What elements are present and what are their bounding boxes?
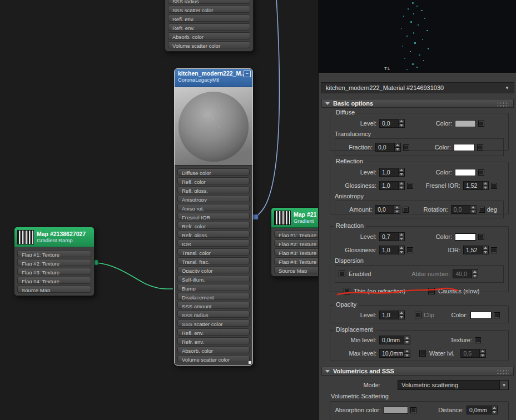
spinner-arrows-icon[interactable] — [398, 168, 404, 176]
anisotropy-amount-map-button[interactable] — [403, 207, 409, 213]
node-input-slot[interactable]: IOR — [177, 239, 250, 247]
rotation-map-button[interactable] — [479, 207, 485, 213]
node-input-slot[interactable]: Opacity color — [177, 266, 250, 273]
node-input-slot[interactable]: Aniso rot. — [177, 204, 250, 211]
node-input-slot[interactable]: Volume scatter color — [177, 355, 250, 362]
spinner-arrows-icon[interactable] — [482, 182, 488, 189]
diffuse-color-map-button[interactable] — [478, 121, 484, 127]
fresnel-ior-map-button[interactable] — [491, 183, 497, 189]
material-selector[interactable]: kitchen_modern222_Material #2146931030 ▼ — [321, 82, 514, 93]
rollout-volumetrics[interactable]: Volumetrics and SSS — [321, 367, 514, 376]
clip-checkbox[interactable] — [415, 312, 421, 318]
spinner-arrows-icon[interactable] — [479, 349, 485, 357]
abbe-number-spinner[interactable]: 40,0 — [453, 269, 478, 278]
chevron-down-icon[interactable]: ▼ — [505, 86, 509, 91]
min-level-spinner[interactable]: 0,0mm — [379, 336, 410, 344]
refraction-glossiness-map-button[interactable] — [407, 247, 413, 253]
wire-end-socket-blue[interactable] — [253, 214, 258, 219]
opacity-color-swatch[interactable] — [470, 312, 492, 319]
rotation-spinner[interactable]: 0,0 — [451, 205, 477, 214]
node-input-slot[interactable]: Volume scatter color — [168, 41, 250, 48]
fraction-spinner[interactable]: 0,0 — [375, 143, 401, 152]
diffuse-color-swatch[interactable] — [455, 120, 476, 127]
node-input-slot[interactable]: Diffuse color — [177, 168, 250, 176]
node-input-slot[interactable]: Refl. gloss. — [177, 186, 250, 193]
node-input-slot[interactable]: Self-illum. — [177, 275, 250, 282]
thin-no-refraction-checkbox[interactable] — [344, 288, 350, 294]
diffuse-level-spinner[interactable]: 0,0 — [379, 119, 405, 128]
opacity-level-spinner[interactable]: 1,0 — [379, 311, 405, 319]
spinner-arrows-icon[interactable] — [394, 206, 400, 213]
node-corona-material[interactable]: kitchen_modern222_M... CoronaLegacyMtl − — [174, 68, 253, 366]
node-editor-canvas[interactable]: SSS radius SSS scatter color Refl. env. … — [0, 0, 318, 420]
absorption-color-swatch[interactable] — [384, 407, 408, 414]
node-input-slot[interactable]: Flag #1: Texture — [17, 250, 91, 257]
mode-dropdown[interactable]: Volumetric scattering ▼ — [398, 380, 509, 390]
node-input-slot[interactable]: Absorb. color — [168, 32, 250, 39]
chevron-down-icon[interactable]: ▼ — [499, 381, 508, 389]
translucency-color-map-button[interactable] — [477, 144, 483, 151]
spinner-arrows-icon[interactable] — [472, 270, 478, 278]
node-input-slot[interactable]: SSS amount — [177, 302, 250, 309]
render-viewport[interactable]: TL — [319, 0, 516, 73]
node-input-slot[interactable]: Source Map — [17, 286, 91, 293]
node-input-slot[interactable]: Transl. frac. — [177, 257, 250, 264]
node-input-slot[interactable]: Displacement — [177, 293, 250, 300]
node-input-slot[interactable]: SSS scatter color — [168, 6, 250, 13]
wire-green[interactable] — [96, 263, 173, 289]
node-input-slot[interactable]: Bump — [177, 284, 250, 291]
reflection-level-spinner[interactable]: 1,0 — [379, 168, 405, 177]
node-input-slot[interactable]: Refl. color — [177, 177, 250, 184]
spinner-arrows-icon[interactable] — [398, 182, 404, 189]
spinner-arrows-icon[interactable] — [404, 349, 410, 357]
rollout-collapse-icon[interactable] — [325, 370, 330, 373]
node-input-slot[interactable]: Absorb. color — [177, 346, 250, 353]
ior-map-button[interactable] — [491, 247, 497, 253]
reflection-glossiness-map-button[interactable] — [407, 183, 413, 189]
spinner-arrows-icon[interactable] — [394, 143, 400, 151]
refraction-level-spinner[interactable]: 0,7 — [379, 232, 405, 241]
reflection-color-swatch[interactable] — [455, 169, 476, 176]
spinner-arrows-icon[interactable] — [398, 119, 404, 127]
refraction-color-swatch[interactable] — [455, 233, 476, 241]
distance-spinner[interactable]: 0,0mm — [467, 406, 498, 414]
spinner-arrows-icon[interactable] — [404, 336, 410, 344]
node-input-slot[interactable]: Refr. color — [177, 222, 250, 229]
node-input-slot[interactable]: Refr. gloss. — [177, 231, 250, 238]
node-input-slot[interactable]: Flag #2: Texture — [17, 259, 91, 266]
gradient-ramp-header[interactable]: Map #2138627027 Gradient Ramp — [14, 227, 94, 247]
displacement-texture-map-button[interactable] — [475, 337, 481, 343]
ior-spinner[interactable]: 1,52 — [463, 246, 489, 254]
fresnel-ior-spinner[interactable]: 1,52 — [463, 181, 489, 190]
node-input-slot[interactable]: Refl. env. — [177, 328, 250, 336]
fraction-map-button[interactable] — [403, 144, 409, 151]
reflection-color-map-button[interactable] — [478, 169, 484, 176]
anisotropy-amount-spinner[interactable]: 0,0 — [375, 205, 400, 214]
node-partial-top[interactable]: SSS radius SSS scatter color Refl. env. … — [165, 0, 254, 52]
node-input-slot[interactable]: SSS scatter color — [177, 319, 250, 327]
water-level-checkbox[interactable] — [419, 350, 426, 357]
spinner-arrows-icon[interactable] — [482, 246, 488, 254]
spinner-arrows-icon[interactable] — [470, 206, 476, 213]
node-input-slot[interactable]: Refl. env. — [168, 14, 250, 22]
node-input-slot[interactable]: Flag #4: Texture — [17, 277, 91, 284]
node-input-slot[interactable]: Fresnel IOR — [177, 213, 250, 220]
caustics-checkbox[interactable] — [428, 288, 435, 294]
water-level-spinner[interactable]: 0,5 — [460, 349, 486, 358]
node-input-slot[interactable]: Refr. env. — [168, 23, 250, 31]
opacity-color-map-button[interactable] — [494, 312, 500, 318]
absorption-color-map-button[interactable] — [410, 407, 416, 413]
rollout-basic-options[interactable]: Basic options — [321, 99, 514, 108]
node-minimize-button[interactable]: − — [244, 71, 251, 77]
node-input-slot[interactable]: Transl. color — [177, 248, 250, 256]
node-input-slot[interactable]: Anisotropy — [177, 195, 250, 202]
spinner-arrows-icon[interactable] — [398, 246, 404, 254]
rollout-collapse-icon[interactable] — [325, 102, 330, 105]
translucency-color-swatch[interactable] — [454, 144, 475, 151]
node-input-slot[interactable]: SSS radius — [168, 0, 250, 4]
dispersion-enabled-checkbox[interactable] — [339, 271, 345, 277]
node-input-slot[interactable]: SSS radius — [177, 311, 250, 318]
spinner-arrows-icon[interactable] — [398, 311, 404, 319]
spinner-arrows-icon[interactable] — [491, 406, 497, 414]
spinner-arrows-icon[interactable] — [398, 233, 404, 241]
